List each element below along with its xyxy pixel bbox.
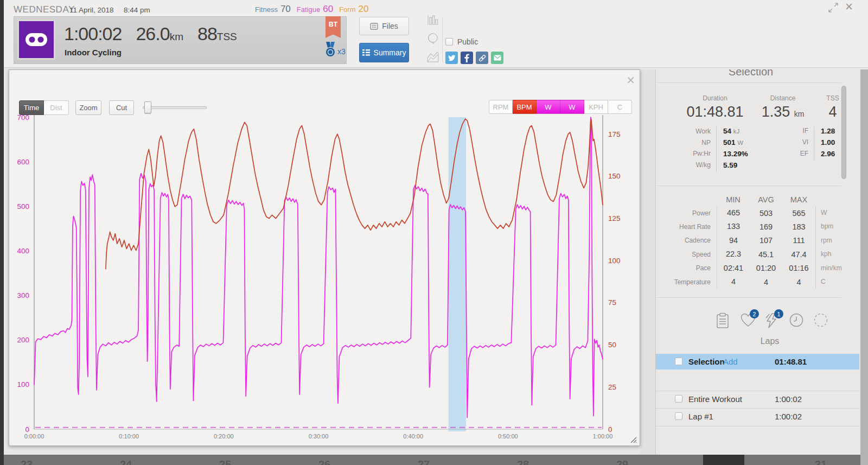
metric-avg: 01:20 [750, 264, 782, 272]
tss-value: 4 [797, 104, 860, 120]
workout-duration: 1:00:02 [64, 23, 122, 44]
facebook-icon [464, 54, 469, 62]
metric-min: 4 [717, 275, 750, 289]
divider [657, 82, 841, 83]
heart-icon[interactable]: 2 [740, 313, 755, 330]
left-edge-strip [0, 0, 4, 465]
workout-card: 1:00:02 26.0km 88TSS Indoor Cycling BT x… [14, 16, 347, 64]
public-checkbox[interactable] [445, 38, 453, 46]
metric-avg: 45.1 [750, 250, 782, 259]
notes-icon[interactable] [716, 313, 731, 330]
email-share-button[interactable] [491, 52, 503, 64]
add-lap-link[interactable]: Add [723, 357, 738, 366]
lap-label: Selection [688, 357, 725, 366]
metric-unit: rpm [815, 234, 859, 247]
lap-row-selection[interactable]: Selection Add 01:48.81 [656, 354, 859, 370]
calendar-number: 27 [418, 458, 430, 465]
link-share-button[interactable] [476, 52, 488, 64]
expand-window-icon[interactable] [828, 3, 839, 12]
files-icon [370, 23, 378, 30]
files-button[interactable]: Files [359, 17, 409, 35]
series-heart_rate_bpm [106, 119, 603, 269]
twitter-share-button[interactable] [445, 52, 458, 64]
indoor-cycling-icon [17, 20, 55, 60]
area-chart-view-icon[interactable] [427, 52, 439, 62]
workout-chart[interactable]: 0100200300400500600700025507510012515017… [9, 70, 641, 447]
ef-label: EF [754, 148, 808, 160]
calendar-number: 24 [120, 458, 132, 465]
lap-checkbox[interactable] [675, 395, 682, 403]
files-button-label: Files [382, 22, 398, 30]
if-label: IF [754, 125, 808, 137]
metrics-table-body: Power465503565WHeart Rate133169183bpmCad… [656, 206, 859, 289]
bottom-calendar-strip: 232425262728293031 [0, 455, 868, 465]
laps-heading: Laps [716, 336, 824, 346]
vi-value: 1.00 [821, 137, 835, 148]
lap-time: 1:00:02 [775, 394, 802, 404]
metric-avg: 169 [750, 222, 782, 231]
kv-divider [814, 126, 814, 161]
fitness-value: 70 [280, 4, 291, 15]
lap-row-lap1[interactable]: Lap #1 1:00:02 [656, 409, 859, 425]
metric-unit: C [815, 275, 859, 289]
x-tick-label: 0:20:00 [214, 433, 234, 439]
scrollbar-thumb[interactable] [841, 86, 846, 179]
workout-chart-modal: ✕ Time Dist Zoom Cut RPMBPMWWKPHC 010020… [9, 69, 640, 446]
lightning-badge: 1 [774, 309, 783, 319]
calendar-number: 28 [517, 458, 529, 465]
workout-stats: 1:00:02 26.0km 88TSS [64, 23, 237, 44]
metrics-row-temperature: Temperature444C [656, 275, 859, 289]
workout-tss: 88 [197, 23, 217, 44]
selection-duration: Duration 01:48.81 [680, 94, 750, 120]
facebook-share-button[interactable] [461, 52, 473, 64]
metric-label: Pace [656, 264, 717, 272]
metric-unit: min/km [815, 262, 859, 275]
twitter-icon [448, 55, 456, 61]
selection-band[interactable] [449, 117, 466, 431]
x-tick-label: 0:30:00 [309, 433, 329, 439]
summary-button[interactable]: Summary [359, 43, 409, 62]
dashed-circle-icon[interactable] [813, 313, 828, 330]
work-label: Work [656, 126, 711, 137]
lap-row-entire-workout[interactable]: Entire Workout 1:00:02 [656, 391, 859, 407]
medal-count: x3 [337, 47, 346, 56]
wkg-value: 5.59 [723, 160, 737, 171]
selection-panel-title: Selection [699, 69, 802, 78]
resize-grip-icon[interactable] [630, 436, 637, 443]
pwhr-value: 13.29% [723, 148, 748, 160]
metric-label: Speed [656, 251, 717, 258]
scrollbar-track[interactable] [860, 69, 868, 465]
workout-title: Indoor Cycling [65, 48, 122, 57]
lap-label: Entire Workout [688, 394, 742, 404]
metrics-header-row: MIN AVG MAX [656, 193, 859, 206]
lightning-icon[interactable]: 1 [764, 313, 780, 330]
email-icon [494, 55, 501, 61]
time-label: 8:44 pm [124, 6, 150, 14]
comment-view-icon[interactable] [427, 33, 439, 44]
metric-max: 47.4 [782, 250, 815, 259]
date-label: 11 April, 2018 [69, 6, 114, 14]
y-right-tick-label: 150 [608, 172, 621, 180]
lap-checkbox[interactable] [675, 412, 682, 420]
avg-header: AVG [750, 195, 782, 204]
metrics-row-power: Power465503565W [656, 206, 859, 220]
lap-checkbox[interactable] [675, 358, 682, 365]
y-right-tick-label: 75 [608, 298, 616, 307]
divider [657, 186, 841, 186]
bar-chart-view-icon[interactable] [427, 15, 438, 25]
max-header: MAX [782, 195, 815, 204]
metric-unit: W [815, 206, 859, 220]
metrics-row-speed: Speed22.345.147.4kph [656, 247, 859, 261]
metric-max: 01:16 [782, 264, 815, 272]
calendar-number: 25 [219, 458, 231, 465]
y-left-tick-label: 100 [17, 380, 29, 388]
metric-min: 02:41 [717, 262, 750, 275]
y-left-tick-label: 600 [17, 158, 29, 166]
metric-max: 565 [782, 209, 815, 218]
clock-icon[interactable] [789, 313, 804, 330]
form-label: Form [339, 5, 355, 14]
calendar-number: 29 [616, 458, 628, 465]
y-right-tick-label: 100 [608, 257, 621, 265]
close-window-icon[interactable]: ✕ [845, 2, 853, 12]
chain-link-icon [24, 31, 49, 48]
